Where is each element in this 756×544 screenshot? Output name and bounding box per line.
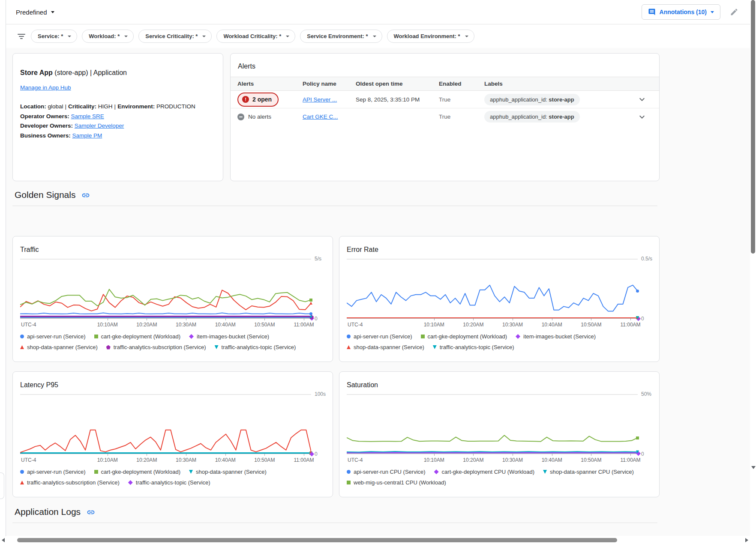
enabled-cell: True — [439, 114, 484, 120]
filter-chip-label: Service Criticality: * — [145, 33, 198, 39]
application-logs-section-header: Application Logs — [15, 507, 750, 517]
scroll-down-arrow-icon[interactable] — [751, 466, 756, 469]
legend-item-label: cart-gke-deployment (Workload) — [428, 333, 507, 340]
policy-link[interactable]: Cart GKE C... — [303, 114, 338, 120]
legend-item-shop-data-spanner-service[interactable]: shop-data-spanner (Service) — [189, 469, 267, 475]
column-header-enabled: Enabled — [439, 81, 484, 87]
legend-item-cart-gke-deployment-workload[interactable]: cart-gke-deployment (Workload) — [94, 469, 180, 475]
legend-item-shop-data-spanner-service[interactable]: shop-data-spanner (Service) — [347, 344, 424, 350]
column-header-policy-name: Policy name — [303, 81, 356, 87]
legend-item-label: api-server-run CPU (Service) — [354, 469, 426, 475]
traffic-analytics-subscription-service-line — [20, 430, 311, 452]
legend-item-traffic-analytics-topic-service[interactable]: traffic-analytics-topic (Service) — [433, 344, 514, 350]
x-axis-tick — [108, 318, 108, 320]
column-header-labels: Labels — [484, 81, 637, 87]
legend-item-cart-gke-deployment-workload[interactable]: cart-gke-deployment (Workload) — [94, 333, 180, 340]
legend-item-cart-gke-deployment-cpu-workload[interactable]: cart-gke-deployment CPU (Workload) — [434, 469, 535, 475]
legend-item-cart-gke-deployment-workload[interactable]: cart-gke-deployment (Workload) — [421, 333, 507, 340]
legend-item-label: item-images-bucket (Service) — [197, 333, 269, 340]
x-axis-timezone-label: UTC-4 — [348, 457, 363, 463]
alerts-table-body: !2 openAPI Server ...Sep 8, 2025, 3:35:1… — [231, 91, 659, 125]
expand-row-button[interactable] — [637, 94, 647, 105]
x-axis-timezone-label: UTC-4 — [348, 322, 363, 328]
enabled-cell: True — [439, 96, 484, 103]
chart-title: Latency P95 — [20, 381, 326, 389]
app-monitoring-page: Predefined Annotations (10) Service: *Wo… — [6, 0, 750, 536]
x-axis-tick-label: 10:40AM — [215, 457, 236, 463]
column-header-alerts: Alerts — [237, 81, 303, 87]
manage-in-app-hub-link[interactable]: Manage in App Hub — [20, 84, 71, 91]
legend-item-item-images-bucket-service[interactable]: item-images-bucket (Service) — [516, 333, 596, 340]
open-alerts-badge[interactable]: !2 open — [237, 93, 279, 107]
latency-p95-chart-card: Latency P95UTC-410:10AM10:20AM10:30AM10:… — [12, 371, 333, 497]
chevron-down-icon — [711, 11, 714, 13]
x-axis-tick — [108, 454, 108, 456]
policy-name-cell: API Server ... — [303, 96, 356, 103]
edit-button[interactable] — [730, 8, 738, 16]
chart-legend-row: api-server-run (Service)cart-gke-deploym… — [20, 333, 326, 340]
filter-chip-workload[interactable]: Workload: * — [82, 30, 134, 43]
filter-chip-workload-criticality[interactable]: Workload Criticality: * — [216, 30, 295, 43]
table-row: No alertsCart GKE C...Trueapphub_applica… — [231, 108, 659, 125]
x-axis-tick-label: 10:30AM — [502, 457, 523, 463]
legend-item-item-images-bucket-service[interactable]: item-images-bucket (Service) — [189, 333, 269, 340]
x-axis-tick — [552, 318, 552, 320]
legend-item-traffic-analytics-topic-service[interactable]: traffic-analytics-topic (Service) — [128, 479, 210, 486]
annotations-button[interactable]: Annotations (10) — [642, 4, 720, 20]
scroll-right-arrow-icon[interactable] — [745, 538, 748, 542]
filter-chip-workload-environment[interactable]: Workload Environment: * — [387, 30, 474, 43]
legend-item-api-server-run-cpu-service[interactable]: api-server-run CPU (Service) — [347, 469, 426, 475]
filter-chip-service[interactable]: Service: * — [31, 30, 77, 43]
filter-icon[interactable] — [17, 34, 26, 39]
x-axis-tick-label: 10:50AM — [254, 457, 275, 463]
developer-owner-link[interactable]: Sampler Developer — [75, 123, 124, 129]
filter-chip-label: Workload: * — [89, 33, 120, 39]
expand-cell — [637, 94, 659, 105]
legend-item-traffic-analytics-subscription-service[interactable]: traffic-analytics-subscription (Service) — [20, 479, 120, 486]
operator-owner-link[interactable]: Sample SRE — [71, 113, 104, 120]
legend-item-shop-data-spanner-cpu-service[interactable]: shop-data-spanner CPU (Service) — [543, 469, 634, 475]
alerts-card-title: Alerts — [231, 54, 659, 77]
golden-signals-link-icon[interactable] — [81, 191, 90, 200]
x-axis-tick-label: 10:20AM — [136, 457, 157, 463]
expand-row-button[interactable] — [637, 112, 647, 122]
filter-chip-service-environment[interactable]: Service Environment: * — [300, 30, 382, 43]
filter-chip-label: Service: * — [38, 33, 63, 39]
chart-main: UTC-410:10AM10:20AM10:30AM10:40AM10:50AM… — [20, 259, 311, 329]
legend-item-shop-data-spanner-service[interactable]: shop-data-spanner (Service) — [20, 344, 98, 350]
vertical-scrollbar[interactable] — [750, 0, 756, 536]
y-axis-max-label: 50% — [641, 391, 651, 397]
chart-legend-row: shop-data-spanner (Service)traffic-analy… — [347, 344, 652, 350]
legend-item-api-server-run-service[interactable]: api-server-run (Service) — [347, 333, 412, 340]
alert-error-icon: ! — [242, 96, 249, 103]
x-axis-tick-label: 10:50AM — [254, 322, 275, 328]
filter-chip-service-criticality[interactable]: Service Criticality: * — [138, 30, 212, 43]
x-axis-tick — [434, 454, 435, 456]
policy-link[interactable]: API Server ... — [303, 96, 337, 103]
application-metadata: Location: global|Criticality: HIGH|Envir… — [20, 102, 213, 140]
legend-item-web-mig-us-central1-cpu-workload[interactable]: web-mig-us-central1 CPU (Workload) — [347, 479, 446, 486]
horizontal-scrollbar[interactable] — [0, 536, 750, 544]
view-dropdown[interactable]: Predefined — [16, 9, 54, 16]
application-title: Store App (store-app) | Application — [20, 69, 213, 77]
horizontal-scrollbar-thumb[interactable] — [17, 538, 617, 542]
collapsed-panel-handle[interactable] — [0, 472, 4, 499]
application-logs-link-icon[interactable] — [87, 508, 95, 517]
traffic-chart-card: TrafficUTC-410:10AM10:20AM10:30AM10:40AM… — [12, 236, 333, 362]
tri-down-legend-marker-icon — [543, 470, 547, 474]
policy-name-cell: Cart GKE C... — [303, 114, 356, 120]
section-divider — [12, 206, 657, 206]
legend-item-api-server-run-service[interactable]: api-server-run (Service) — [20, 469, 86, 475]
diamond-legend-marker-icon — [516, 334, 520, 339]
x-axis-tick-label: 10:30AM — [176, 457, 196, 463]
tri-down-legend-marker-icon — [433, 345, 437, 349]
shop-data-spanner-service-line — [20, 290, 311, 311]
legend-item-api-server-run-service[interactable]: api-server-run (Service) — [20, 333, 86, 340]
vertical-scrollbar-thumb[interactable] — [751, 0, 755, 254]
legend-item-traffic-analytics-subscription-service[interactable]: traffic-analytics-subscription (Service) — [106, 344, 206, 350]
no-alerts-icon — [237, 114, 244, 120]
legend-item-traffic-analytics-topic-service[interactable]: traffic-analytics-topic (Service) — [215, 344, 296, 350]
business-owner-link[interactable]: Sample PM — [72, 132, 102, 139]
legend-item-label: api-server-run (Service) — [27, 333, 86, 340]
scroll-left-arrow-icon[interactable] — [2, 538, 5, 542]
